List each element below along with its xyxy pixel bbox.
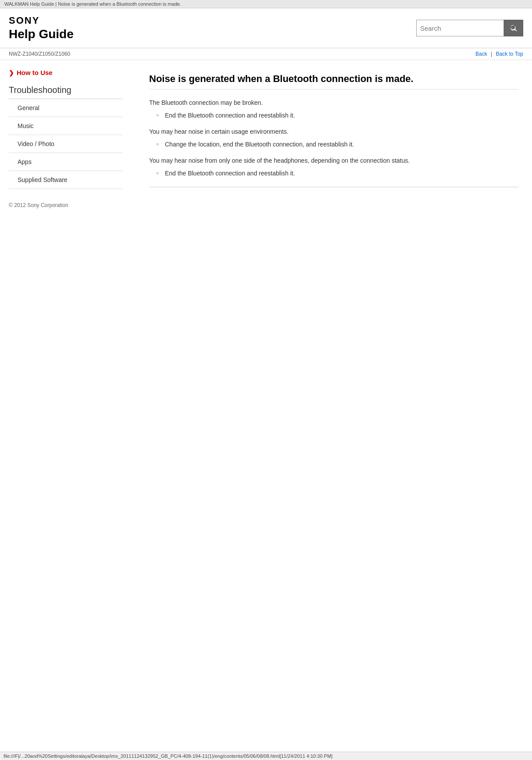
how-to-use-link[interactable]: ❯ How to Use: [9, 69, 123, 76]
content-paragraph-0: The Bluetooth connection may be broken.: [149, 98, 519, 107]
sidebar-item-label: Apps: [18, 158, 32, 165]
model-number: NWZ-Z1040/Z1050/Z1060: [9, 51, 70, 57]
copyright: © 2012 Sony Corporation: [9, 202, 123, 208]
how-to-use-section: ❯ How to Use: [9, 69, 123, 76]
how-to-use-label: How to Use: [17, 69, 53, 76]
page-header: SONY Help Guide: [0, 8, 532, 48]
sidebar-item-apps[interactable]: Apps: [9, 153, 123, 171]
browser-tab: WALKMAN Help Guide | Noise is generated …: [0, 0, 532, 8]
sidebar: ❯ How to Use Troubleshooting General Mus…: [0, 60, 132, 217]
header-branding: SONY Help Guide: [9, 15, 74, 41]
main-layout: ❯ How to Use Troubleshooting General Mus…: [0, 60, 532, 217]
bullet-list-2: Change the location, end the Bluetooth c…: [158, 140, 519, 149]
sidebar-item-supplied-software[interactable]: Supplied Software: [9, 171, 123, 189]
sidebar-item-label: Supplied Software: [18, 176, 68, 183]
sidebar-item-label: General: [18, 104, 39, 111]
article-content: Noise is generated when a Bluetooth conn…: [132, 60, 532, 217]
nav-links: Back | Back to Top: [475, 51, 523, 57]
sidebar-item-general[interactable]: General: [9, 99, 123, 117]
bullet-list-4: End the Bluetooth connection and reestab…: [158, 169, 519, 178]
sidebar-item-label: Video / Photo: [18, 140, 54, 147]
article-title: Noise is generated when a Bluetooth conn…: [149, 73, 519, 89]
sidebar-item-label: Music: [18, 122, 34, 129]
search-area: [416, 20, 523, 36]
nav-separator: |: [491, 51, 492, 57]
list-item: End the Bluetooth connection and reestab…: [158, 111, 519, 120]
search-button[interactable]: [504, 20, 523, 36]
help-guide-title: Help Guide: [9, 27, 74, 41]
back-link[interactable]: Back: [475, 51, 487, 57]
sidebar-item-video-photo[interactable]: Video / Photo: [9, 135, 123, 153]
content-paragraph-2: You may hear noise in certain usage envi…: [149, 127, 519, 136]
search-icon: [509, 24, 518, 32]
nav-bar: NWZ-Z1040/Z1050/Z1060 Back | Back to Top: [0, 48, 532, 60]
browser-tab-title: WALKMAN Help Guide | Noise is generated …: [4, 1, 181, 7]
search-input[interactable]: [416, 20, 504, 36]
content-paragraph-4: You may hear noise from only one side of…: [149, 156, 519, 165]
content-divider: [149, 187, 519, 187]
back-to-top-link[interactable]: Back to Top: [496, 51, 523, 57]
sony-logo: SONY: [9, 15, 74, 26]
list-item: End the Bluetooth connection and reestab…: [158, 169, 519, 178]
troubleshooting-section: Troubleshooting General Music Video / Ph…: [9, 85, 123, 189]
chevron-right-icon: ❯: [9, 69, 14, 76]
list-item: Change the location, end the Bluetooth c…: [158, 140, 519, 149]
sidebar-item-music[interactable]: Music: [9, 117, 123, 135]
troubleshooting-title: Troubleshooting: [9, 85, 123, 99]
bullet-list-0: End the Bluetooth connection and reestab…: [158, 111, 519, 120]
